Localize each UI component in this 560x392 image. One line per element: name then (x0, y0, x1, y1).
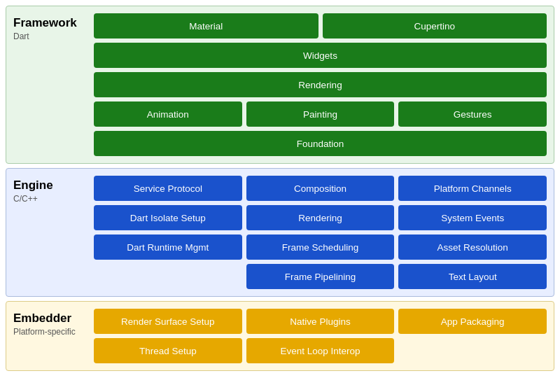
embedder-label: Embedder Platform-specific (13, 309, 94, 363)
cell-asset-resolution: Asset Resolution (398, 234, 547, 260)
framework-row-4: Animation Painting Gestures (94, 102, 547, 127)
cell-frame-pipelining: Frame Pipelining (246, 264, 395, 289)
cell-material: Material (94, 13, 318, 38)
cell-frame-scheduling: Frame Scheduling (246, 234, 395, 260)
engine-row-3: Dart Runtime Mgmt Frame Scheduling Asset… (94, 234, 547, 260)
engine-row-1: Service Protocol Composition Platform Ch… (94, 176, 547, 201)
cell-render-surface: Render Surface Setup (94, 309, 242, 334)
cell-platform-channels: Platform Channels (398, 176, 547, 201)
framework-row-5: Foundation (94, 131, 547, 156)
cell-painting: Painting (246, 102, 395, 127)
cell-foundation: Foundation (94, 131, 547, 156)
cell-service-protocol: Service Protocol (94, 176, 242, 201)
framework-subtitle: Dart (13, 31, 94, 41)
cell-thread-setup: Thread Setup (94, 338, 242, 363)
engine-subtitle: C/C++ (13, 194, 94, 204)
framework-row-2: Widgets (94, 43, 547, 68)
engine-label: Engine C/C++ (13, 176, 94, 289)
engine-content: Service Protocol Composition Platform Ch… (94, 176, 547, 289)
embedder-title: Embedder (13, 312, 94, 326)
framework-row-3: Rendering (94, 72, 547, 97)
cell-composition: Composition (246, 176, 395, 201)
architecture-diagram: Framework Dart Material Cupertino Widget… (0, 0, 560, 392)
cell-rendering-fw: Rendering (94, 72, 547, 97)
cell-widgets: Widgets (94, 43, 547, 68)
cell-event-loop: Event Loop Interop (246, 338, 395, 363)
cell-empty-1 (94, 264, 242, 289)
embedder-layer: Embedder Platform-specific Render Surfac… (6, 301, 554, 371)
cell-gestures: Gestures (398, 102, 547, 127)
embedder-subtitle: Platform-specific (13, 327, 94, 337)
cell-text-layout: Text Layout (398, 264, 547, 289)
cell-rendering-eng: Rendering (246, 205, 395, 230)
framework-content: Material Cupertino Widgets Rendering Ani… (94, 13, 547, 156)
framework-row-1: Material Cupertino (94, 13, 547, 38)
cell-animation: Animation (94, 102, 242, 127)
engine-title: Engine (13, 178, 94, 192)
cell-dart-runtime: Dart Runtime Mgmt (94, 234, 242, 260)
engine-row-2: Dart Isolate Setup Rendering System Even… (94, 205, 547, 230)
cell-app-packaging: App Packaging (398, 309, 547, 334)
framework-title: Framework (13, 16, 94, 30)
cell-empty-2 (398, 338, 547, 363)
embedder-content: Render Surface Setup Native Plugins App … (94, 309, 547, 363)
cell-dart-isolate: Dart Isolate Setup (94, 205, 242, 230)
engine-layer: Engine C/C++ Service Protocol Compositio… (6, 168, 554, 297)
cell-native-plugins: Native Plugins (246, 309, 395, 334)
cell-system-events: System Events (398, 205, 547, 230)
embedder-row-1: Render Surface Setup Native Plugins App … (94, 309, 547, 334)
engine-row-4: Frame Pipelining Text Layout (94, 264, 547, 289)
cell-cupertino: Cupertino (323, 13, 547, 38)
embedder-row-2: Thread Setup Event Loop Interop (94, 338, 547, 363)
framework-layer: Framework Dart Material Cupertino Widget… (6, 6, 554, 164)
framework-label: Framework Dart (13, 13, 94, 156)
